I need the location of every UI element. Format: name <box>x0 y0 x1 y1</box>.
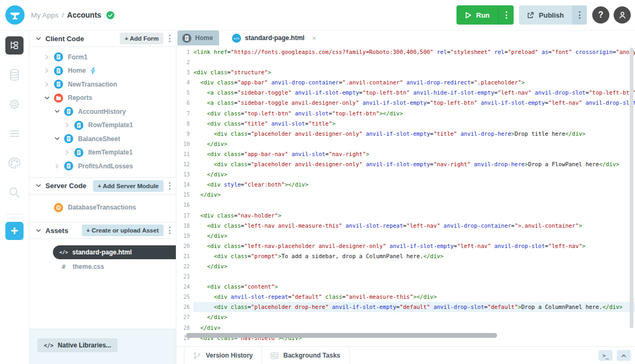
server-code-menu-button[interactable] <box>168 181 172 191</box>
code-line-22[interactable]: 22 </div> <box>176 261 635 272</box>
code-line-content[interactable]: <a class="sidebar-toggle anvil-designer-… <box>193 98 635 108</box>
background-tasks-button[interactable]: Background Tasks <box>262 347 349 364</box>
create-or-upload-asset-button[interactable]: + Create or upload Asset <box>82 224 164 236</box>
code-line-content[interactable]: <div class="placeholder anvil-designer-o… <box>193 159 635 169</box>
breadcrumb-my-apps[interactable]: My Apps <box>31 11 59 19</box>
run-button[interactable]: Run <box>456 5 498 25</box>
code-line-content[interactable]: </div> <box>193 139 635 149</box>
code-line-27[interactable]: 27 </div> <box>176 312 635 322</box>
app-console-button[interactable]: >_ <box>599 350 613 361</box>
publish-menu-button[interactable] <box>572 5 587 25</box>
collapse-panel-button[interactable] <box>617 350 631 361</box>
code-line-7[interactable]: 7 <div class="top-left-btn" anvil-slot="… <box>176 109 635 119</box>
tree-item-newtransaction[interactable]: NewTransaction <box>29 78 176 91</box>
tab-standard-page-html[interactable]: </>standard-page.html× <box>227 30 322 45</box>
code-line-content[interactable]: <link href="https://fonts.googleapis.com… <box>193 47 635 57</box>
tree-item-reports[interactable]: Reports <box>29 91 176 105</box>
chevron-down-icon[interactable] <box>36 228 41 233</box>
chevron-right-icon[interactable] <box>55 164 60 169</box>
asset-item-standard-page-html[interactable]: </>standard-page.html <box>53 245 176 259</box>
publish-button[interactable]: Publish <box>519 5 572 25</box>
code-line-13[interactable]: 13 </div> <box>176 169 635 180</box>
code-line-17[interactable]: 17 <div class="nav-holder"> <box>176 211 635 221</box>
code-line-content[interactable]: <div class="top-left-btn" anvil-slot="to… <box>193 109 635 119</box>
add-form-button[interactable]: + Add Form <box>120 33 164 44</box>
tree-item-form1[interactable]: Form1 <box>29 50 176 64</box>
tree-item-home[interactable]: Home <box>29 64 176 78</box>
code-line-content[interactable]: <div class="left-nav anvil-measure-this"… <box>193 221 635 231</box>
code-line-12[interactable]: 12 <div class="placeholder anvil-designe… <box>176 159 635 169</box>
run-menu-button[interactable] <box>498 5 514 25</box>
code-line-content[interactable]: <div class="left-nav-placeholder anvil-d… <box>193 241 635 251</box>
code-line-18[interactable]: 18 <div class="left-nav anvil-measure-th… <box>176 221 635 231</box>
code-line-content[interactable] <box>193 57 635 67</box>
code-line-content[interactable]: </div> <box>193 261 635 272</box>
code-line-content[interactable]: <div anvil-slot-repeat="default" class="… <box>193 292 635 302</box>
chevron-down-icon[interactable] <box>55 136 60 141</box>
horizontal-scrollbar[interactable] <box>186 333 497 338</box>
code-line-content[interactable]: <div class="structure"> <box>193 67 635 78</box>
add-component-button[interactable]: + <box>5 222 24 240</box>
code-line-1[interactable]: 1<link href="https://fonts.googleapis.co… <box>176 47 635 57</box>
tree-item-accounthistory[interactable]: AccountHistory <box>29 105 176 119</box>
chevron-right-icon[interactable] <box>65 150 70 155</box>
server-item-databasetransactions[interactable]: DatabaseTransactions <box>29 201 176 215</box>
rail-menu-button[interactable] <box>5 125 24 143</box>
asset-item-theme-css[interactable]: #theme.css <box>29 260 176 274</box>
tab-home[interactable]: Home <box>177 30 219 45</box>
code-line-11[interactable]: 11 <div class="app-bar-nav" anvil-slot="… <box>176 149 635 159</box>
code-line-8[interactable]: 8 <div class="title" anvil-slot="title"> <box>176 119 635 129</box>
version-history-button[interactable]: Version History <box>184 347 262 364</box>
code-line-15[interactable]: 15 </div> <box>176 190 635 200</box>
rail-settings-button[interactable] <box>5 95 24 113</box>
chevron-down-icon[interactable] <box>55 109 60 114</box>
chevron-down-icon[interactable] <box>36 183 41 188</box>
client-code-menu-button[interactable] <box>168 34 172 43</box>
code-line-14[interactable]: 14 <div style="clear:both"></div> <box>176 180 635 190</box>
code-line-5[interactable]: 5 <a class="sidebar-toggle" anvil-if-slo… <box>176 88 635 98</box>
code-line-10[interactable]: 10 </div> <box>176 139 635 149</box>
code-line-content[interactable]: <div class="placeholder drop-here" anvil… <box>193 302 635 312</box>
assets-menu-button[interactable] <box>168 226 172 235</box>
code-line-24[interactable]: 24 <div class="content"> <box>176 282 635 292</box>
chevron-right-icon[interactable] <box>44 55 50 60</box>
code-line-16[interactable]: 16 <box>176 200 635 210</box>
code-editor[interactable]: 1<link href="https://fonts.googleapis.co… <box>176 45 635 346</box>
code-line-content[interactable]: <div class="content"> <box>193 282 635 292</box>
code-line-28[interactable]: 28 </div> <box>176 323 635 333</box>
code-line-content[interactable]: <div style="clear:both"></div> <box>193 180 635 190</box>
chevron-right-icon[interactable] <box>44 68 50 73</box>
native-libraries-button[interactable]: </> Native Libraries... <box>37 338 118 352</box>
close-tab-icon[interactable]: × <box>312 34 316 42</box>
chevron-down-icon[interactable] <box>36 36 41 41</box>
code-line-content[interactable]: <div class="nav-holder"> <box>193 211 635 221</box>
chevron-right-icon[interactable] <box>44 82 50 87</box>
help-button[interactable]: ? <box>592 6 609 24</box>
tree-item-balancesheet[interactable]: BalanceSheet <box>29 132 176 146</box>
account-button[interactable] <box>614 6 631 24</box>
chevron-right-icon[interactable] <box>65 122 70 128</box>
code-line-content[interactable]: </div> <box>193 231 635 241</box>
code-line-23[interactable]: 23 <box>176 272 635 282</box>
code-line-content[interactable]: <div class="prompt">To add a sidebar, dr… <box>193 251 635 261</box>
code-line-26[interactable]: 26 <div class="placeholder drop-here" an… <box>176 302 635 312</box>
code-line-2[interactable]: 2 <box>176 57 635 67</box>
anvil-logo-icon[interactable] <box>5 5 25 25</box>
code-line-6[interactable]: 6 <a class="sidebar-toggle anvil-designe… <box>176 98 635 108</box>
code-line-25[interactable]: 25 <div anvil-slot-repeat="default" clas… <box>176 292 635 302</box>
code-line-content[interactable]: </div> <box>193 190 635 200</box>
code-line-content[interactable]: <div class="app-bar-nav" anvil-slot="nav… <box>193 149 635 159</box>
rail-search-button[interactable] <box>5 183 24 202</box>
code-line-20[interactable]: 20 <div class="left-nav-placeholder anvi… <box>176 241 635 251</box>
tree-item-itemtemplate1[interactable]: ItemTemplate1 <box>29 146 176 160</box>
code-line-content[interactable]: <div class="title" anvil-slot="title"> <box>193 119 635 129</box>
code-line-21[interactable]: 21 <div class="prompt">To add a sidebar,… <box>176 251 635 261</box>
rail-app-structure-button[interactable] <box>5 36 24 55</box>
vertical-scrollbar[interactable] <box>630 48 633 328</box>
tree-item-rowtemplate1[interactable]: RowTemplate1 <box>29 119 176 133</box>
code-line-9[interactable]: 9 <div class="placeholder anvil-designer… <box>176 129 635 139</box>
code-line-content[interactable] <box>193 200 635 210</box>
chevron-down-icon[interactable] <box>44 96 50 100</box>
code-line-content[interactable] <box>193 272 635 282</box>
code-line-content[interactable]: </div> <box>193 312 635 322</box>
